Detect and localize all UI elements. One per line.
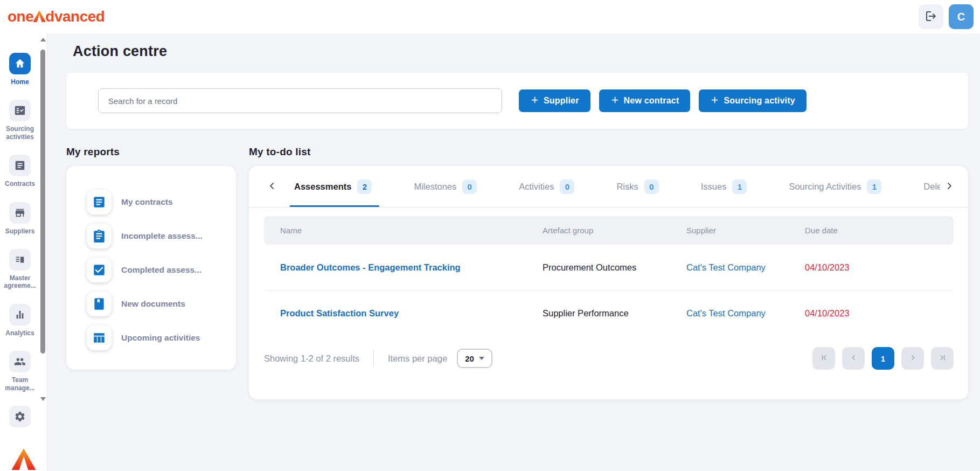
sourcing-activity-button[interactable]: Sourcing activity bbox=[699, 89, 806, 112]
tab-milestones[interactable]: Milestones 0 bbox=[409, 166, 481, 207]
report-item-upcoming-activities[interactable]: Upcoming activities bbox=[87, 325, 236, 350]
sidebar-item-sourcing-activities[interactable]: Sourcing activities bbox=[0, 100, 40, 141]
sidebar-item-analytics[interactable]: Analytics bbox=[0, 304, 40, 337]
logout-icon bbox=[925, 10, 937, 24]
artefact-group-cell: Procurement Outcomes bbox=[526, 262, 670, 273]
column-header-name: Name bbox=[264, 226, 526, 235]
report-item-completed-assessments[interactable]: Completed assess... bbox=[87, 258, 236, 282]
plus-icon bbox=[610, 95, 620, 107]
contracts-icon bbox=[9, 155, 31, 176]
tab-label: Risks bbox=[616, 182, 638, 192]
chevron-left-icon bbox=[850, 354, 858, 363]
sidebar-item-home[interactable]: Home bbox=[0, 53, 40, 86]
tab-risks[interactable]: Risks 0 bbox=[612, 166, 663, 207]
tab-activities[interactable]: Activities 0 bbox=[515, 166, 579, 207]
scrollbar-thumb[interactable] bbox=[40, 50, 45, 354]
oneadvanced-logo: one dvanced bbox=[8, 8, 105, 25]
todo-tabs-bar: Assessments 2 Milestones 0 Activities 0 bbox=[249, 166, 968, 207]
report-item-label: Completed assess... bbox=[121, 265, 201, 275]
plus-icon bbox=[530, 95, 539, 107]
record-name-link[interactable]: Product Satisfaction Survey bbox=[280, 308, 399, 318]
tab-count-badge: 1 bbox=[732, 179, 747, 194]
sidebar-item-settings[interactable] bbox=[0, 406, 40, 427]
sidebar-item-team-management[interactable]: Team manage... bbox=[0, 351, 40, 392]
tab-delegated[interactable]: Dele bbox=[919, 166, 940, 207]
report-item-label: Upcoming activities bbox=[121, 333, 200, 343]
brand-text-rest: dvanced bbox=[45, 8, 105, 25]
settings-icon bbox=[9, 406, 31, 427]
pagination-prev-button[interactable] bbox=[842, 347, 865, 370]
pagination: 1 bbox=[812, 347, 954, 370]
header-actions: C bbox=[919, 4, 974, 29]
plus-icon bbox=[710, 95, 719, 107]
table-header-row: Name Artefact group Supplier Due date bbox=[264, 216, 954, 245]
tab-label: Dele bbox=[923, 182, 940, 192]
todo-table: Name Artefact group Supplier Due date Br… bbox=[264, 216, 954, 336]
chevron-right-icon bbox=[944, 181, 955, 193]
new-contract-button[interactable]: New contract bbox=[599, 89, 691, 112]
sidebar-item-label: Home bbox=[0, 78, 40, 86]
report-item-new-documents[interactable]: New documents bbox=[87, 292, 236, 316]
supplier-link[interactable]: Cat's Test Company bbox=[686, 308, 766, 318]
supplier-link[interactable]: Cat's Test Company bbox=[686, 262, 766, 272]
tab-issues[interactable]: Issues 1 bbox=[697, 166, 752, 207]
items-per-page-select[interactable]: 20 bbox=[457, 349, 492, 368]
my-todo-title: My to-do list bbox=[249, 146, 968, 158]
logout-button[interactable] bbox=[919, 4, 943, 29]
suppliers-icon bbox=[9, 202, 31, 224]
first-page-icon bbox=[820, 354, 828, 363]
items-per-page-label: Items per page bbox=[388, 354, 447, 364]
pagination-next-button[interactable] bbox=[901, 347, 924, 370]
brand-text-one: one bbox=[8, 8, 33, 25]
sidebar-item-label: Contracts bbox=[0, 180, 40, 188]
search-input[interactable] bbox=[98, 88, 502, 113]
advanced-logo-mark bbox=[10, 448, 38, 471]
document-icon bbox=[87, 190, 112, 214]
scroll-up-button[interactable] bbox=[40, 38, 46, 41]
tab-label: Assessments bbox=[294, 182, 351, 192]
sidebar-item-label: Master agreeme... bbox=[0, 274, 40, 290]
scroll-down-button[interactable] bbox=[40, 397, 46, 401]
main-content: Action centre Supplier New contract Sour… bbox=[47, 33, 980, 471]
my-reports-card: My contracts Incomplete assess... Comple… bbox=[66, 166, 236, 370]
record-name-link[interactable]: Broader Outcomes - Engagement Tracking bbox=[280, 262, 461, 272]
tab-count-badge: 2 bbox=[357, 179, 372, 194]
footer-divider bbox=[373, 350, 374, 366]
checkbox-icon bbox=[87, 258, 112, 282]
report-item-incomplete-assessments[interactable]: Incomplete assess... bbox=[87, 224, 236, 248]
items-per-page-value: 20 bbox=[465, 354, 474, 363]
report-item-label: Incomplete assess... bbox=[121, 231, 203, 241]
tab-count-badge: 0 bbox=[462, 179, 477, 194]
tabs-scroll-right-button[interactable] bbox=[940, 177, 958, 196]
chevron-left-icon bbox=[267, 181, 277, 193]
button-label: New contract bbox=[624, 96, 679, 106]
sidebar-item-suppliers[interactable]: Suppliers bbox=[0, 202, 40, 235]
team-management-icon bbox=[9, 351, 31, 372]
tab-count-badge: 0 bbox=[560, 179, 574, 194]
table-row: Product Satisfaction Survey Supplier Per… bbox=[264, 290, 954, 336]
user-avatar[interactable]: C bbox=[949, 4, 974, 29]
pagination-last-button[interactable] bbox=[931, 347, 954, 370]
tab-count-badge: 0 bbox=[644, 179, 659, 194]
pagination-first-button[interactable] bbox=[812, 347, 835, 370]
due-date-cell: 04/10/2023 bbox=[789, 262, 954, 273]
column-header-artefact-group: Artefact group bbox=[526, 226, 670, 235]
add-supplier-button[interactable]: Supplier bbox=[519, 89, 590, 112]
sidebar-item-contracts[interactable]: Contracts bbox=[0, 155, 40, 188]
tab-label: Milestones bbox=[414, 182, 456, 192]
pagination-page-1-button[interactable]: 1 bbox=[872, 347, 894, 370]
page-title: Action centre bbox=[73, 43, 968, 60]
analytics-icon bbox=[9, 304, 31, 325]
sourcing-activities-icon bbox=[9, 100, 31, 121]
tabs-scroll-left-button[interactable] bbox=[263, 177, 281, 196]
tab-assessments[interactable]: Assessments 2 bbox=[290, 166, 376, 207]
report-item-my-contracts[interactable]: My contracts bbox=[87, 190, 236, 214]
tab-sourcing-activities[interactable]: Sourcing Activities 1 bbox=[784, 166, 886, 207]
tab-count-badge: 1 bbox=[867, 179, 881, 194]
tab-label: Activities bbox=[519, 182, 554, 192]
report-item-label: New documents bbox=[121, 299, 185, 309]
caret-down-icon bbox=[479, 357, 484, 360]
sidebar-item-master-agreements[interactable]: Master agreeme... bbox=[0, 249, 40, 290]
tab-label: Issues bbox=[701, 182, 727, 192]
sidebar-nav: Home Sourcing activities Contracts Suppl… bbox=[0, 33, 40, 441]
